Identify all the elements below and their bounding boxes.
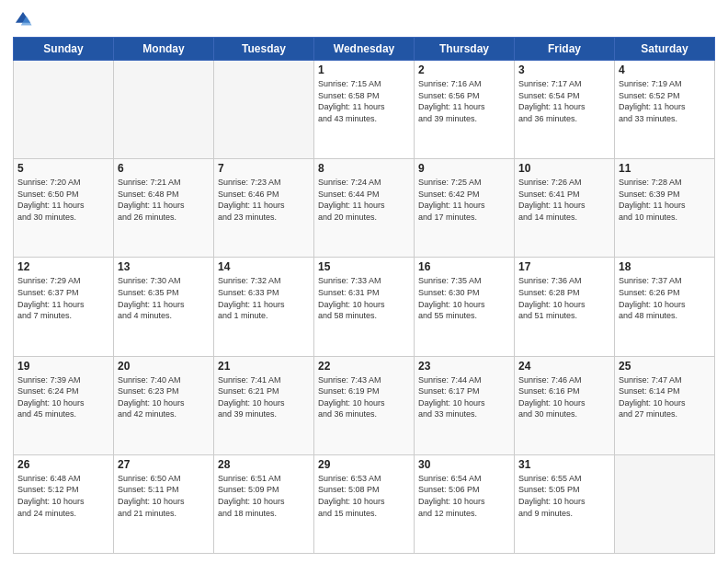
calendar-cell: 3Sunrise: 7:17 AM Sunset: 6:54 PM Daylig… bbox=[515, 61, 615, 159]
day-info: Sunrise: 7:35 AM Sunset: 6:30 PM Dayligh… bbox=[418, 275, 510, 321]
calendar-cell bbox=[214, 61, 314, 159]
calendar-cell: 2Sunrise: 7:16 AM Sunset: 6:56 PM Daylig… bbox=[415, 61, 515, 159]
day-number: 19 bbox=[17, 360, 109, 373]
calendar-cell: 7Sunrise: 7:23 AM Sunset: 6:46 PM Daylig… bbox=[214, 159, 314, 258]
calendar-week-3: 12Sunrise: 7:29 AM Sunset: 6:37 PM Dayli… bbox=[14, 258, 715, 356]
weekday-header-wednesday: Wednesday bbox=[314, 38, 415, 61]
day-number: 18 bbox=[619, 260, 711, 273]
day-number: 29 bbox=[318, 458, 410, 471]
day-info: Sunrise: 7:36 AM Sunset: 6:28 PM Dayligh… bbox=[518, 275, 610, 321]
day-number: 10 bbox=[518, 162, 610, 175]
weekday-header-thursday: Thursday bbox=[415, 38, 515, 61]
day-info: Sunrise: 6:55 AM Sunset: 5:05 PM Dayligh… bbox=[518, 473, 610, 519]
calendar-cell: 16Sunrise: 7:35 AM Sunset: 6:30 PM Dayli… bbox=[415, 258, 515, 356]
calendar-cell: 30Sunrise: 6:54 AM Sunset: 5:06 PM Dayli… bbox=[415, 454, 515, 553]
day-info: Sunrise: 7:23 AM Sunset: 6:46 PM Dayligh… bbox=[218, 177, 310, 223]
weekday-header-sunday: Sunday bbox=[14, 38, 114, 61]
day-info: Sunrise: 7:32 AM Sunset: 6:33 PM Dayligh… bbox=[218, 275, 310, 321]
day-number: 24 bbox=[518, 360, 610, 373]
day-number: 14 bbox=[218, 260, 310, 273]
day-number: 22 bbox=[318, 360, 410, 373]
calendar-cell: 1Sunrise: 7:15 AM Sunset: 6:58 PM Daylig… bbox=[314, 61, 415, 159]
calendar-cell: 19Sunrise: 7:39 AM Sunset: 6:24 PM Dayli… bbox=[14, 356, 114, 454]
day-number: 31 bbox=[518, 458, 610, 471]
calendar-week-2: 5Sunrise: 7:20 AM Sunset: 6:50 PM Daylig… bbox=[14, 159, 715, 258]
logo bbox=[13, 9, 35, 29]
calendar-cell: 4Sunrise: 7:19 AM Sunset: 6:52 PM Daylig… bbox=[615, 61, 715, 159]
day-info: Sunrise: 7:21 AM Sunset: 6:48 PM Dayligh… bbox=[118, 177, 210, 223]
day-number: 5 bbox=[17, 162, 109, 175]
day-number: 2 bbox=[418, 63, 510, 76]
calendar-cell: 25Sunrise: 7:47 AM Sunset: 6:14 PM Dayli… bbox=[615, 356, 715, 454]
day-number: 7 bbox=[218, 162, 310, 175]
day-number: 26 bbox=[17, 458, 109, 471]
day-number: 9 bbox=[418, 162, 510, 175]
calendar-week-4: 19Sunrise: 7:39 AM Sunset: 6:24 PM Dayli… bbox=[14, 356, 715, 454]
weekday-header-monday: Monday bbox=[114, 38, 214, 61]
calendar-cell: 6Sunrise: 7:21 AM Sunset: 6:48 PM Daylig… bbox=[114, 159, 214, 258]
weekday-header-row: SundayMondayTuesdayWednesdayThursdayFrid… bbox=[14, 38, 715, 61]
day-number: 6 bbox=[118, 162, 210, 175]
calendar-cell bbox=[114, 61, 214, 159]
day-info: Sunrise: 7:20 AM Sunset: 6:50 PM Dayligh… bbox=[17, 177, 109, 223]
calendar-cell: 20Sunrise: 7:40 AM Sunset: 6:23 PM Dayli… bbox=[114, 356, 214, 454]
day-info: Sunrise: 7:16 AM Sunset: 6:56 PM Dayligh… bbox=[418, 78, 510, 124]
day-info: Sunrise: 7:41 AM Sunset: 6:21 PM Dayligh… bbox=[218, 374, 310, 420]
day-info: Sunrise: 7:44 AM Sunset: 6:17 PM Dayligh… bbox=[418, 374, 510, 420]
day-info: Sunrise: 7:24 AM Sunset: 6:44 PM Dayligh… bbox=[318, 177, 410, 223]
calendar-cell: 22Sunrise: 7:43 AM Sunset: 6:19 PM Dayli… bbox=[314, 356, 415, 454]
day-number: 12 bbox=[17, 260, 109, 273]
calendar-table: SundayMondayTuesdayWednesdayThursdayFrid… bbox=[13, 37, 715, 554]
calendar-cell: 23Sunrise: 7:44 AM Sunset: 6:17 PM Dayli… bbox=[415, 356, 515, 454]
calendar-cell: 18Sunrise: 7:37 AM Sunset: 6:26 PM Dayli… bbox=[615, 258, 715, 356]
day-number: 8 bbox=[318, 162, 410, 175]
day-number: 23 bbox=[418, 360, 510, 373]
day-number: 16 bbox=[418, 260, 510, 273]
calendar-cell: 9Sunrise: 7:25 AM Sunset: 6:42 PM Daylig… bbox=[415, 159, 515, 258]
day-info: Sunrise: 6:50 AM Sunset: 5:11 PM Dayligh… bbox=[118, 473, 210, 519]
day-number: 15 bbox=[318, 260, 410, 273]
day-number: 17 bbox=[518, 260, 610, 273]
day-info: Sunrise: 6:54 AM Sunset: 5:06 PM Dayligh… bbox=[418, 473, 510, 519]
calendar-cell: 5Sunrise: 7:20 AM Sunset: 6:50 PM Daylig… bbox=[14, 159, 114, 258]
day-info: Sunrise: 6:48 AM Sunset: 5:12 PM Dayligh… bbox=[17, 473, 109, 519]
day-info: Sunrise: 7:19 AM Sunset: 6:52 PM Dayligh… bbox=[619, 78, 711, 124]
calendar-cell: 14Sunrise: 7:32 AM Sunset: 6:33 PM Dayli… bbox=[214, 258, 314, 356]
day-info: Sunrise: 7:39 AM Sunset: 6:24 PM Dayligh… bbox=[17, 374, 109, 420]
calendar-cell: 24Sunrise: 7:46 AM Sunset: 6:16 PM Dayli… bbox=[515, 356, 615, 454]
day-info: Sunrise: 7:43 AM Sunset: 6:19 PM Dayligh… bbox=[318, 374, 410, 420]
calendar-cell: 13Sunrise: 7:30 AM Sunset: 6:35 PM Dayli… bbox=[114, 258, 214, 356]
weekday-header-friday: Friday bbox=[515, 38, 615, 61]
calendar-cell: 10Sunrise: 7:26 AM Sunset: 6:41 PM Dayli… bbox=[515, 159, 615, 258]
calendar-week-1: 1Sunrise: 7:15 AM Sunset: 6:58 PM Daylig… bbox=[14, 61, 715, 159]
calendar-cell: 11Sunrise: 7:28 AM Sunset: 6:39 PM Dayli… bbox=[615, 159, 715, 258]
calendar-cell: 28Sunrise: 6:51 AM Sunset: 5:09 PM Dayli… bbox=[214, 454, 314, 553]
calendar-cell bbox=[14, 61, 114, 159]
day-info: Sunrise: 7:17 AM Sunset: 6:54 PM Dayligh… bbox=[518, 78, 610, 124]
day-number: 13 bbox=[118, 260, 210, 273]
day-number: 4 bbox=[619, 63, 711, 76]
header bbox=[13, 9, 715, 29]
weekday-header-tuesday: Tuesday bbox=[214, 38, 314, 61]
day-info: Sunrise: 6:53 AM Sunset: 5:08 PM Dayligh… bbox=[318, 473, 410, 519]
calendar-cell: 12Sunrise: 7:29 AM Sunset: 6:37 PM Dayli… bbox=[14, 258, 114, 356]
day-info: Sunrise: 7:40 AM Sunset: 6:23 PM Dayligh… bbox=[118, 374, 210, 420]
day-info: Sunrise: 7:28 AM Sunset: 6:39 PM Dayligh… bbox=[619, 177, 711, 223]
day-info: Sunrise: 7:33 AM Sunset: 6:31 PM Dayligh… bbox=[318, 275, 410, 321]
day-number: 27 bbox=[118, 458, 210, 471]
weekday-header-saturday: Saturday bbox=[615, 38, 715, 61]
calendar-week-5: 26Sunrise: 6:48 AM Sunset: 5:12 PM Dayli… bbox=[14, 454, 715, 553]
calendar-cell: 26Sunrise: 6:48 AM Sunset: 5:12 PM Dayli… bbox=[14, 454, 114, 553]
calendar-cell: 21Sunrise: 7:41 AM Sunset: 6:21 PM Dayli… bbox=[214, 356, 314, 454]
day-info: Sunrise: 7:46 AM Sunset: 6:16 PM Dayligh… bbox=[518, 374, 610, 420]
day-info: Sunrise: 7:29 AM Sunset: 6:37 PM Dayligh… bbox=[17, 275, 109, 321]
day-number: 1 bbox=[318, 63, 410, 76]
calendar-cell: 17Sunrise: 7:36 AM Sunset: 6:28 PM Dayli… bbox=[515, 258, 615, 356]
calendar-cell: 15Sunrise: 7:33 AM Sunset: 6:31 PM Dayli… bbox=[314, 258, 415, 356]
page: SundayMondayTuesdayWednesdayThursdayFrid… bbox=[0, 0, 728, 563]
day-number: 28 bbox=[218, 458, 310, 471]
day-number: 20 bbox=[118, 360, 210, 373]
calendar-cell: 8Sunrise: 7:24 AM Sunset: 6:44 PM Daylig… bbox=[314, 159, 415, 258]
day-number: 3 bbox=[518, 63, 610, 76]
day-info: Sunrise: 7:15 AM Sunset: 6:58 PM Dayligh… bbox=[318, 78, 410, 124]
